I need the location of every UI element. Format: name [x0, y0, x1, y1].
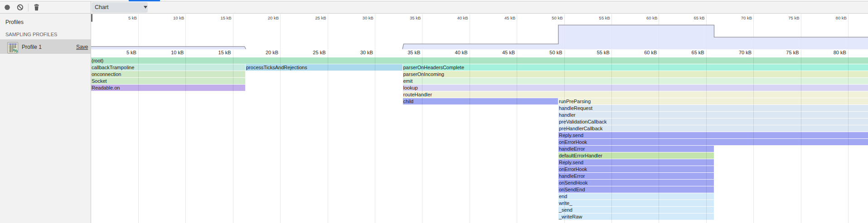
svg-text:%: %	[13, 48, 18, 53]
